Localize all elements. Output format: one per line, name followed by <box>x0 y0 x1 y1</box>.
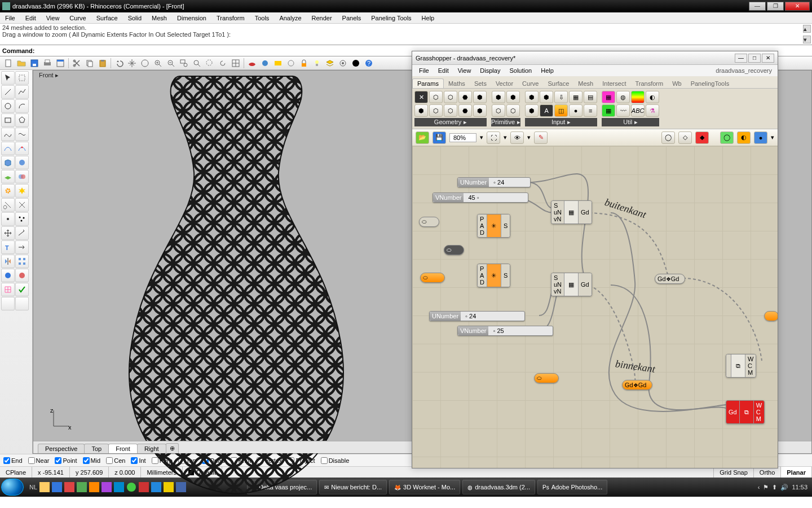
gh-menu-help[interactable]: Help <box>536 67 558 74</box>
four-viewport-icon[interactable] <box>230 58 242 69</box>
gh-param-icon[interactable]: 〰 <box>616 104 630 117</box>
taskbar-item[interactable]: 🦊 3D Worknet - Mo... <box>389 480 460 494</box>
gh-param-icon[interactable]: ◍ <box>616 91 630 103</box>
material-icon[interactable] <box>15 269 29 282</box>
undo-icon[interactable] <box>113 58 125 69</box>
points-icon[interactable] <box>15 212 29 226</box>
menu-tools[interactable]: Tools <box>250 15 275 21</box>
rotate-view-icon[interactable] <box>139 58 151 69</box>
gh-param-icon[interactable]: ⬢ <box>525 104 539 117</box>
menu-surface[interactable]: Surface <box>91 15 123 21</box>
minimize-button[interactable]: — <box>749 2 766 11</box>
gh-param[interactable] <box>764 311 778 321</box>
gh-param-icon[interactable]: ▤ <box>584 91 597 103</box>
box-icon[interactable] <box>1 156 15 169</box>
gh-param-icon[interactable]: ABC <box>631 104 645 117</box>
status-planar[interactable]: Planar <box>781 467 812 478</box>
pinned-app-icon[interactable] <box>52 482 62 492</box>
gh-param-icon[interactable]: ✕ <box>414 91 428 103</box>
menu-paneling-tools[interactable]: Paneling Tools <box>366 15 416 21</box>
gh-param-icon[interactable]: ≡ <box>584 104 597 117</box>
polygon-icon[interactable] <box>15 113 29 127</box>
viewport-label[interactable]: Front ▸ <box>38 72 60 79</box>
gh-param-icon[interactable]: ⬣ <box>458 104 472 117</box>
lock-icon[interactable] <box>298 58 310 69</box>
gh-tab-sets[interactable]: Sets <box>470 79 491 88</box>
gh-wireframe-icon[interactable]: ◇ <box>678 132 692 144</box>
zoom-selected-icon[interactable] <box>204 58 216 69</box>
gh-preview-icon[interactable]: 👁 <box>510 132 524 144</box>
gh-tab-maths[interactable]: Maths <box>444 79 470 88</box>
tray-clock[interactable]: 11:53 <box>792 484 807 491</box>
grasshopper-window[interactable]: Grasshopper - draadvaas_recovery* — □ ✕ … <box>412 51 778 468</box>
gh-zoom-extents-icon[interactable]: ⛶ <box>487 132 500 144</box>
tab-front[interactable]: Front <box>108 444 138 453</box>
copy-icon[interactable] <box>83 58 96 69</box>
explode-icon[interactable] <box>15 184 29 198</box>
dropdown-icon[interactable]: ▾ <box>771 134 774 141</box>
tab-top[interactable]: Top <box>84 444 109 453</box>
hide-icon[interactable] <box>285 58 297 69</box>
gh-param-icon[interactable]: ⬢ <box>525 91 539 103</box>
point-icon[interactable] <box>1 212 15 226</box>
pointer-icon[interactable] <box>1 71 15 85</box>
gh-menu-view[interactable]: View <box>453 67 476 74</box>
status-cplane[interactable]: CPlane <box>0 467 32 478</box>
split-icon[interactable] <box>15 198 29 212</box>
layer-icon[interactable] <box>324 58 336 69</box>
gh-open-icon[interactable]: 📂 <box>416 132 429 144</box>
gh-param-icon[interactable]: ◐ <box>646 91 659 103</box>
gh-param-icon[interactable]: A <box>540 104 553 117</box>
menu-solid[interactable]: Solid <box>123 15 147 21</box>
gh-preview-on-icon[interactable]: ◆ <box>695 132 709 144</box>
gh-param-icon[interactable]: ⬢ <box>414 104 428 117</box>
gh-slider-unumber[interactable]: UNumber◦ 24 <box>429 311 525 321</box>
curve-tools-icon[interactable] <box>1 142 15 155</box>
mirror-icon[interactable] <box>1 255 15 268</box>
gh-param-icon[interactable]: ⬢ <box>473 104 487 117</box>
taskbar-item[interactable]: ◍ draadvaas.3dm (2... <box>462 480 535 494</box>
menu-view[interactable]: View <box>41 15 65 21</box>
dropdown-icon[interactable]: ▾ <box>480 134 483 141</box>
trim-icon[interactable] <box>1 198 15 212</box>
menu-analyze[interactable]: Analyze <box>274 15 306 21</box>
sphere-icon[interactable] <box>15 156 29 169</box>
gh-sketch-icon[interactable]: ✎ <box>534 132 548 144</box>
gh-surface-param[interactable]: ⬭ <box>444 245 464 255</box>
edit-curve-icon[interactable] <box>15 142 29 155</box>
zoom-window-icon[interactable] <box>178 58 190 69</box>
open-file-icon[interactable] <box>15 58 28 69</box>
move-tool-icon[interactable] <box>1 226 15 240</box>
osnap-mid[interactable]: Mid <box>83 457 101 464</box>
gh-param-icon[interactable]: ⬡ <box>444 104 457 117</box>
cut-icon[interactable] <box>70 58 83 69</box>
gh-param-icon[interactable]: ⬡ <box>506 104 520 117</box>
boolean-icon[interactable] <box>15 170 29 183</box>
tray-icon[interactable]: 🔊 <box>780 484 788 491</box>
curve-icon[interactable] <box>1 128 15 141</box>
properties-panel-icon[interactable] <box>337 58 349 69</box>
gh-orange-icon[interactable]: ◐ <box>737 132 751 144</box>
gh-divide-surface-component[interactable]: SuNvN ▦Gd <box>551 273 592 296</box>
circle-icon[interactable] <box>1 99 15 113</box>
start-button[interactable] <box>1 479 24 496</box>
gh-weave-component[interactable]: ⧉ WCM <box>726 354 756 378</box>
gh-tab-panelingtools[interactable]: PanelingTools <box>686 79 734 88</box>
tab-right[interactable]: Right <box>137 444 166 453</box>
gh-menu-solution[interactable]: Solution <box>505 67 536 74</box>
gh-param-icon[interactable]: ◫ <box>554 104 568 117</box>
gh-component[interactable]: PAD ✳S <box>477 214 510 238</box>
gh-tab-intersect[interactable]: Intersect <box>598 79 630 88</box>
menu-render[interactable]: Render <box>307 15 337 21</box>
zoom-out-icon[interactable] <box>165 58 177 69</box>
zoom-extents-icon[interactable] <box>191 58 203 69</box>
gh-slider-vnumber[interactable]: VNumber◦ 25 <box>457 326 553 336</box>
lang-indicator[interactable]: NL <box>29 484 37 491</box>
taskbar-item[interactable]: Ps Adobe Photosho... <box>537 480 607 494</box>
history-scroll-down[interactable]: ▾ <box>803 36 811 43</box>
gh-param-icon[interactable]: ⬢ <box>506 91 520 103</box>
solid-tools-icon[interactable] <box>1 170 15 183</box>
grid-icon[interactable] <box>1 283 15 296</box>
gh-tab-surface[interactable]: Surface <box>543 79 573 88</box>
gh-param-icon[interactable]: ⬡ <box>429 104 443 117</box>
